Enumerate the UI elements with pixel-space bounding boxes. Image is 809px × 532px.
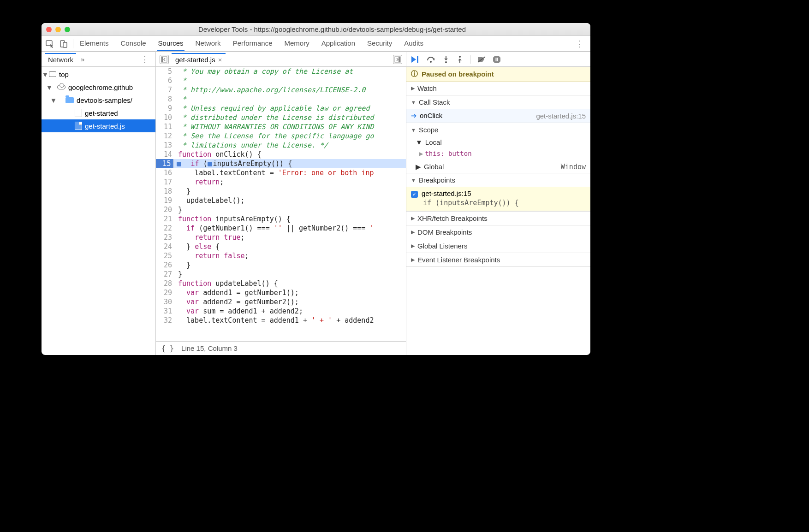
minimize-window-button[interactable] — [55, 27, 61, 32]
current-frame-icon: ➔ — [411, 112, 417, 119]
code-line[interactable]: 7 * http://www.apache.org/licenses/LICEN… — [156, 85, 406, 95]
section-event-listener-breakpoints[interactable]: ▶Event Listener Breakpoints — [406, 253, 590, 266]
section-xhr-breakpoints[interactable]: ▶XHR/fetch Breakpoints — [406, 212, 590, 225]
code-line[interactable]: 29 var addend1 = getNumber1(); — [156, 288, 406, 297]
step-over-icon[interactable] — [427, 56, 436, 63]
code-line[interactable]: 27} — [156, 270, 406, 279]
navigator-overflow-icon[interactable]: » — [81, 55, 84, 63]
code-line[interactable]: 23 return true; — [156, 233, 406, 242]
main-tab-application[interactable]: Application — [321, 36, 356, 51]
code-line[interactable]: 8 * — [156, 95, 406, 104]
svg-rect-4 — [161, 57, 163, 62]
navigator-tab-network[interactable]: Network — [45, 53, 76, 65]
maximize-window-button[interactable] — [65, 27, 70, 32]
svg-rect-12 — [496, 58, 497, 61]
tree-file-1[interactable]: get-started.js — [42, 119, 155, 132]
code-line[interactable]: 25 return false; — [156, 251, 406, 260]
debugger-panel: ⓘ Paused on breakpoint ▶Watch ▼Call Stac… — [406, 52, 590, 355]
scope-local[interactable]: ▼Local — [406, 136, 590, 148]
svg-point-10 — [459, 56, 461, 58]
code-line[interactable]: 19 updateLabel(); — [156, 196, 406, 205]
breakpoint-checkbox[interactable]: ✓ — [411, 191, 418, 198]
scope-this[interactable]: ▶this: button — [406, 148, 590, 161]
frame-icon — [49, 71, 56, 77]
kebab-menu-icon[interactable]: ⋮ — [573, 39, 587, 49]
section-global-listeners[interactable]: ▶Global Listeners — [406, 239, 590, 253]
resume-icon[interactable] — [411, 56, 420, 63]
folder-icon — [65, 97, 74, 103]
code-line[interactable]: 26 } — [156, 260, 406, 270]
code-line[interactable]: 20} — [156, 205, 406, 214]
window-controls — [46, 27, 70, 32]
deactivate-breakpoints-icon[interactable] — [477, 56, 486, 63]
main-tab-audits[interactable]: Audits — [403, 36, 424, 51]
svg-rect-7 — [417, 56, 418, 63]
svg-point-9 — [445, 61, 447, 63]
step-out-icon[interactable] — [456, 56, 464, 63]
inspect-icon[interactable] — [45, 39, 54, 48]
toggle-debugger-icon[interactable] — [393, 55, 402, 64]
editor-panel: get-started.js × 5 * You may obtain a co… — [156, 52, 406, 355]
cloud-icon — [57, 85, 65, 89]
section-scope[interactable]: ▼Scope — [406, 123, 590, 136]
devtools-window: Developer Tools - https://googlechrome.g… — [42, 23, 590, 355]
pretty-print-icon[interactable]: { } — [161, 344, 174, 353]
editor-status-bar: { } Line 15, Column 3 — [156, 341, 406, 355]
close-tab-icon[interactable]: × — [218, 56, 222, 64]
code-line[interactable]: 18 } — [156, 187, 406, 196]
section-watch[interactable]: ▶Watch — [406, 82, 590, 95]
titlebar: Developer Tools - https://googlechrome.g… — [42, 23, 590, 36]
code-line[interactable]: 6 * — [156, 76, 406, 85]
main-tab-console[interactable]: Console — [120, 36, 147, 51]
code-line[interactable]: 30 var addend2 = getNumber2(); — [156, 297, 406, 307]
tree-domain[interactable]: ▼ googlechrome.github — [42, 81, 155, 94]
code-line[interactable]: 31 var sum = addend1 + addend2; — [156, 307, 406, 316]
svg-rect-2 — [63, 42, 67, 47]
file-icon — [75, 109, 82, 117]
section-breakpoints[interactable]: ▼Breakpoints — [406, 173, 590, 187]
tree-top-frame[interactable]: ▼ top — [42, 68, 155, 81]
callstack-frame[interactable]: ➔onClick get-started.js:15 — [406, 109, 590, 123]
code-editor[interactable]: 5 * You may obtain a copy of the License… — [156, 67, 406, 341]
main-tab-sources[interactable]: Sources — [157, 36, 184, 51]
tree-file-0[interactable]: get-started — [42, 106, 155, 119]
code-line[interactable]: 11 * WITHOUT WARRANTIES OR CONDITIONS OF… — [156, 122, 406, 131]
code-line[interactable]: 24 } else { — [156, 242, 406, 251]
main-toolbar: ElementsConsoleSourcesNetworkPerformance… — [42, 36, 590, 52]
code-line[interactable]: 32 label.textContent = addend1 + ' + ' +… — [156, 316, 406, 325]
close-window-button[interactable] — [46, 27, 52, 32]
main-tab-security[interactable]: Security — [366, 36, 393, 51]
editor-tab[interactable]: get-started.js × — [172, 53, 226, 65]
code-line[interactable]: 15 if (inputsAreEmpty()) { — [156, 159, 406, 168]
code-line[interactable]: 17 return; — [156, 177, 406, 187]
code-line[interactable]: 22 if (getNumber1() === '' || getNumber2… — [156, 224, 406, 233]
tree-folder[interactable]: ▼ devtools-samples/ — [42, 94, 155, 106]
breakpoint-item[interactable]: ✓get-started.js:15 if (inputsAreEmpty())… — [406, 187, 590, 211]
section-callstack[interactable]: ▼Call Stack — [406, 95, 590, 109]
code-line[interactable]: 14function onClick() { — [156, 150, 406, 159]
info-icon: ⓘ — [411, 70, 418, 78]
toggle-navigator-icon[interactable] — [160, 55, 169, 64]
step-into-icon[interactable] — [442, 56, 450, 63]
code-line[interactable]: 28function updateLabel() { — [156, 279, 406, 288]
code-line[interactable]: 12 * See the License for the specific la… — [156, 131, 406, 141]
window-title: Developer Tools - https://googlechrome.g… — [78, 25, 586, 33]
section-dom-breakpoints[interactable]: ▶DOM Breakpoints — [406, 225, 590, 239]
main-tab-network[interactable]: Network — [195, 36, 222, 51]
code-line[interactable]: 21function inputsAreEmpty() { — [156, 214, 406, 224]
code-line[interactable]: 9 * Unless required by applicable law or… — [156, 104, 406, 113]
cursor-position: Line 15, Column 3 — [181, 344, 238, 352]
code-line[interactable]: 16 label.textContent = 'Error: one or bo… — [156, 168, 406, 177]
main-tab-elements[interactable]: Elements — [79, 36, 110, 51]
scope-global[interactable]: ▶Global Window — [406, 161, 590, 173]
code-line[interactable]: 10 * distributed under the License is di… — [156, 113, 406, 122]
device-toggle-icon[interactable] — [59, 39, 68, 48]
svg-rect-6 — [399, 57, 400, 62]
navigator-menu-icon[interactable]: ⋮ — [138, 54, 152, 65]
pause-exceptions-icon[interactable] — [493, 55, 501, 64]
main-tab-memory[interactable]: Memory — [284, 36, 310, 51]
paused-banner: ⓘ Paused on breakpoint — [406, 67, 590, 82]
main-tab-performance[interactable]: Performance — [232, 36, 274, 51]
code-line[interactable]: 13 * limitations under the License. */ — [156, 141, 406, 150]
code-line[interactable]: 5 * You may obtain a copy of the License… — [156, 67, 406, 76]
